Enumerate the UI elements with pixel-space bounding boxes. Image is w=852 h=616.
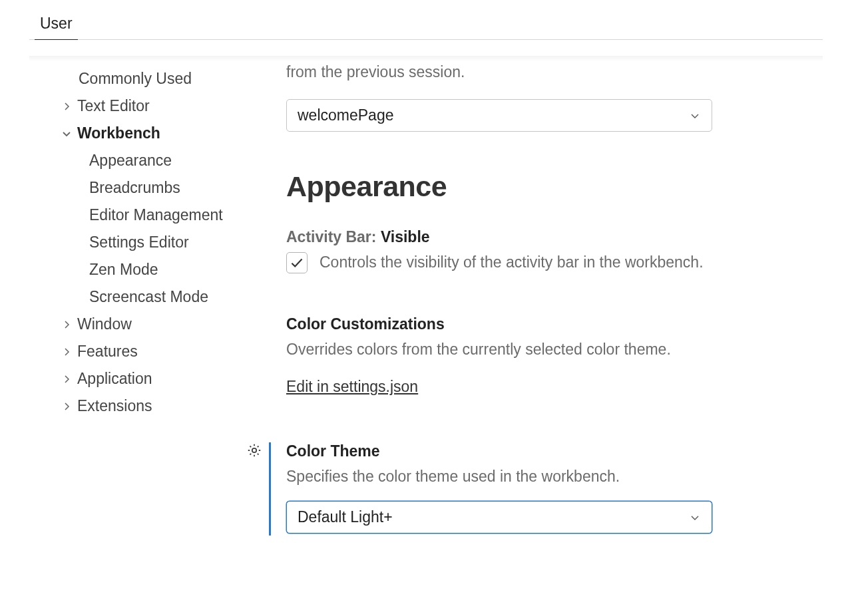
settings-main: from the previous session. welcomePage A…	[256, 61, 823, 534]
tree-item-breadcrumbs[interactable]: Breadcrumbs	[29, 174, 256, 202]
modified-bar	[269, 442, 271, 536]
tree-label: Features	[77, 344, 138, 359]
chevron-down-icon	[689, 512, 701, 524]
tree-label: Settings Editor	[89, 235, 189, 250]
settings-tree: Commonly Used Text Editor Workbench Appe…	[29, 61, 256, 420]
tree-label: Text Editor	[77, 98, 150, 114]
startup-editor-select[interactable]: welcomePage	[286, 99, 712, 132]
tree-item-settings-editor[interactable]: Settings Editor	[29, 229, 256, 256]
tree-label: Workbench	[77, 126, 160, 141]
checkbox-activity-bar-visible[interactable]	[286, 252, 308, 273]
select-value: Default Light+	[298, 508, 393, 526]
modified-setting-indicator	[246, 442, 271, 536]
tree-label: Zen Mode	[89, 262, 158, 277]
setting-title-color-theme: Color Theme	[286, 442, 816, 460]
setting-desc: Controls the visibility of the activity …	[320, 251, 704, 273]
tree-label: Breadcrumbs	[89, 180, 180, 196]
tree-item-appearance[interactable]: Appearance	[29, 147, 256, 174]
svg-point-0	[252, 448, 256, 452]
chevron-down-icon	[689, 110, 701, 122]
setting-title-color-customizations: Color Customizations	[286, 315, 816, 333]
tree-item-application[interactable]: Application	[29, 365, 256, 392]
setting-title-activity-bar-visible: Activity Bar: Visible	[286, 228, 816, 246]
setting-desc: Overrides colors from the currently sele…	[286, 339, 816, 361]
tab-user[interactable]: User	[37, 12, 75, 39]
scroll-shadow	[29, 56, 823, 61]
tree-item-window[interactable]: Window	[29, 311, 256, 338]
edit-in-settings-json-link[interactable]: Edit in settings.json	[286, 378, 418, 396]
tree-label: Extensions	[77, 398, 152, 414]
settings-scope-tabs: User	[29, 12, 823, 40]
tree-item-extensions[interactable]: Extensions	[29, 392, 256, 420]
tree-item-text-editor[interactable]: Text Editor	[29, 92, 256, 120]
chevron-right-icon	[60, 373, 73, 386]
section-heading-appearance: Appearance	[286, 170, 816, 203]
tree-item-editor-management[interactable]: Editor Management	[29, 202, 256, 229]
gear-icon[interactable]	[246, 442, 262, 458]
setting-title-suffix: Visible	[381, 228, 430, 245]
tree-label: Screencast Mode	[89, 289, 208, 305]
chevron-right-icon	[60, 318, 73, 331]
tree-label: Appearance	[89, 153, 172, 168]
tree-label: Commonly Used	[79, 71, 192, 86]
chevron-right-icon	[60, 100, 73, 113]
tree-item-screencast-mode[interactable]: Screencast Mode	[29, 283, 256, 311]
tree-label: Application	[77, 371, 152, 386]
startup-editor-desc-partial: from the previous session.	[286, 61, 816, 83]
chevron-right-icon	[60, 345, 73, 359]
tree-item-workbench[interactable]: Workbench	[29, 120, 256, 147]
chevron-down-icon	[60, 127, 73, 140]
setting-desc: Specifies the color theme used in the wo…	[286, 466, 816, 488]
tree-item-commonly-used[interactable]: Commonly Used	[29, 65, 256, 92]
select-value: welcomePage	[298, 106, 393, 124]
chevron-right-icon	[60, 400, 73, 413]
tree-label: Editor Management	[89, 208, 223, 223]
tree-item-features[interactable]: Features	[29, 338, 256, 365]
tree-label: Window	[77, 317, 132, 332]
setting-title-prefix: Activity Bar:	[286, 228, 376, 245]
color-theme-select[interactable]: Default Light+	[286, 501, 712, 534]
tree-item-zen-mode[interactable]: Zen Mode	[29, 256, 256, 283]
